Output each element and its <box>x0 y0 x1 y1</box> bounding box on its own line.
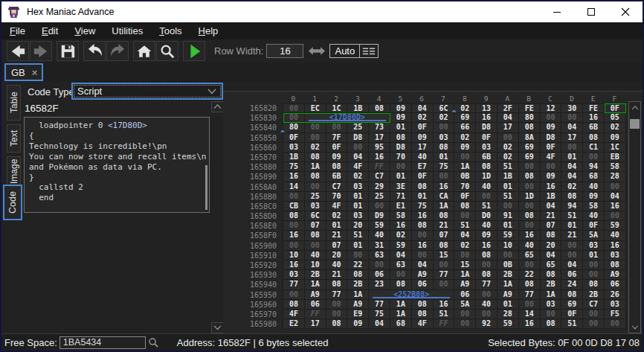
hex-byte-cell[interactable]: 00 <box>583 153 605 162</box>
hex-byte-cell[interactable]: 01 <box>498 182 519 192</box>
hex-byte-cell[interactable]: 1A <box>498 280 519 289</box>
hex-byte-cell[interactable]: 00 <box>561 241 583 251</box>
multi-column-layout-icon[interactable] <box>359 45 378 57</box>
hex-byte-cell[interactable]: 6C <box>305 211 326 221</box>
hex-byte-cell[interactable]: 00 <box>454 211 476 221</box>
hex-byte-cell[interactable]: 58 <box>605 162 626 172</box>
side-tab-text[interactable]: Text <box>7 124 21 153</box>
hex-byte-cell[interactable]: 08 <box>476 251 498 260</box>
hex-byte-cell[interactable]: A9 <box>605 270 626 280</box>
hex-byte-cell[interactable]: 08 <box>305 172 326 182</box>
hex-byte-cell[interactable]: 0B <box>454 172 476 182</box>
hex-byte-cell[interactable]: 00 <box>498 251 519 260</box>
hex-byte-cell[interactable]: 21 <box>434 221 455 231</box>
hex-byte-cell[interactable]: 04 <box>561 172 583 182</box>
hex-byte-cell[interactable]: 17 <box>369 133 390 143</box>
hex-byte-cell[interactable]: A9 <box>454 280 476 289</box>
hex-byte-cell[interactable]: 00 <box>454 310 476 319</box>
hex-byte-cell[interactable]: 04 <box>412 103 434 113</box>
hex-byte-cell[interactable]: 03 <box>541 300 562 310</box>
hex-byte-cell[interactable]: 08 <box>583 133 605 143</box>
hex-byte-cell[interactable]: 0F^ <box>283 133 305 143</box>
hex-byte-cell[interactable]: 51 <box>347 231 369 240</box>
hex-byte-cell[interactable]: 00 <box>541 162 562 172</box>
free-space-input[interactable] <box>59 336 146 349</box>
hex-byte-cell[interactable]: 00 <box>283 290 305 300</box>
hex-byte-cell[interactable]: D8 <box>476 123 498 132</box>
hex-byte-cell[interactable]: D8 <box>347 133 369 143</box>
hex-byte-cell[interactable]: 09 <box>605 133 626 143</box>
hex-byte-cell[interactable]: 77 <box>519 290 541 300</box>
hex-byte-cell[interactable]: 08 <box>326 280 348 289</box>
hex-byte-cell[interactable]: 09 <box>390 103 412 113</box>
hex-byte-cell[interactable]: 0B <box>498 260 519 270</box>
hex-byte-cell[interactable]: FE <box>519 103 541 113</box>
hex-byte-cell[interactable]: 01 <box>412 192 434 202</box>
hex-byte-cell[interactable]: 4F <box>326 202 348 211</box>
hex-byte-cell[interactable]: 08 <box>326 319 348 329</box>
hex-byte-cell[interactable]: 09 <box>476 231 498 240</box>
hex-byte-cell[interactable]: 01 <box>434 153 455 162</box>
maximize-icon[interactable] <box>574 1 608 22</box>
hex-byte-cell[interactable]: 00 <box>283 221 305 231</box>
hex-byte-cell[interactable]: 73 <box>369 123 390 132</box>
hex-byte-cell[interactable]: 02 <box>412 113 434 123</box>
hex-byte-cell[interactable]: 21 <box>561 231 583 240</box>
undo-button[interactable] <box>83 41 106 61</box>
hex-byte-cell[interactable]: 08 <box>412 300 434 310</box>
hex-byte-cell[interactable]: 02 <box>561 182 583 192</box>
hex-byte-cell[interactable]: 08 <box>561 290 583 300</box>
hex-byte-cell[interactable]: 8A <box>519 133 541 143</box>
redo-button[interactable] <box>106 41 129 61</box>
hex-byte-cell[interactable]: FF <box>369 162 390 172</box>
hex-byte-cell[interactable]: 08 <box>519 280 541 289</box>
hex-byte-cell[interactable]: 00 <box>583 310 605 319</box>
hex-byte-cell[interactable]: 09 <box>454 143 476 153</box>
hex-byte-cell[interactable]: 4F <box>412 319 434 329</box>
hex-byte-cell[interactable]: 59 <box>605 221 626 231</box>
hex-byte-cell[interactable]: 08 <box>305 153 326 162</box>
menu-item-utilities[interactable]: Utilities <box>104 22 150 39</box>
hex-byte-cell[interactable]: 68 <box>583 172 605 182</box>
hex-byte-cell[interactable]: 40 <box>583 182 605 192</box>
hex-byte-cell[interactable]: 03 <box>347 211 369 221</box>
hex-byte-cell[interactable]: 77 <box>434 270 455 280</box>
hex-byte-cell[interactable]: 09 <box>412 133 434 143</box>
hex-byte-cell[interactable]: 03 <box>434 133 455 143</box>
hex-byte-cell[interactable]: 08 <box>347 270 369 280</box>
hex-byte-cell[interactable]: 00 <box>541 113 562 123</box>
close-icon[interactable] <box>608 1 643 22</box>
hex-byte-cell[interactable]: 00 <box>498 133 519 143</box>
menu-item-help[interactable]: Help <box>191 22 226 39</box>
hex-scrollbar-thumb[interactable] <box>630 119 640 129</box>
hex-byte-cell[interactable]: 0F <box>412 172 434 182</box>
hex-byte-cell[interactable]: 00 <box>390 270 412 280</box>
hex-byte-cell[interactable]: 00 <box>305 241 326 251</box>
hex-byte-cell[interactable]: 00 <box>283 103 305 113</box>
hex-byte-cell[interactable]: 02 <box>454 103 476 113</box>
hex-byte-cell[interactable]: EC <box>305 103 326 113</box>
hex-byte-cell[interactable]: 15 <box>454 260 476 270</box>
hex-byte-cell[interactable]: 68 <box>390 319 412 329</box>
tab-close-icon[interactable]: × <box>32 68 38 77</box>
hex-byte-cell[interactable]: 00 <box>476 310 498 319</box>
hex-byte-cell[interactable]: 16 <box>390 221 412 231</box>
hex-byte-cell[interactable]: 63 <box>369 251 390 260</box>
hex-byte-cell[interactable]: 1A <box>434 202 455 211</box>
hex-byte-cell[interactable]: 01 <box>390 123 412 132</box>
hex-byte-cell[interactable]: 28 <box>498 310 519 319</box>
hex-byte-cell[interactable]: 08 <box>390 280 412 289</box>
hex-byte-cell[interactable]: 24 <box>561 280 583 289</box>
hex-byte-cell[interactable]: 0F <box>454 192 476 202</box>
hex-byte-cell[interactable]: 09 <box>541 172 562 182</box>
hex-byte-cell[interactable]: 59 <box>390 241 412 251</box>
hex-byte-cell[interactable]: 08 <box>541 270 562 280</box>
hex-byte-cell[interactable]: 4F <box>283 310 305 319</box>
hex-byte-cell[interactable]: 40 <box>412 153 434 162</box>
hex-byte-cell[interactable]: 1A <box>541 290 562 300</box>
hex-byte-cell[interactable]: 03 <box>283 270 305 280</box>
hex-byte-cell[interactable]: 77 <box>369 300 390 310</box>
hex-byte-cell[interactable]: 16 <box>541 182 562 192</box>
hex-byte-cell[interactable]: 1A <box>390 300 412 310</box>
hex-byte-cell[interactable]: 0F <box>583 221 605 231</box>
